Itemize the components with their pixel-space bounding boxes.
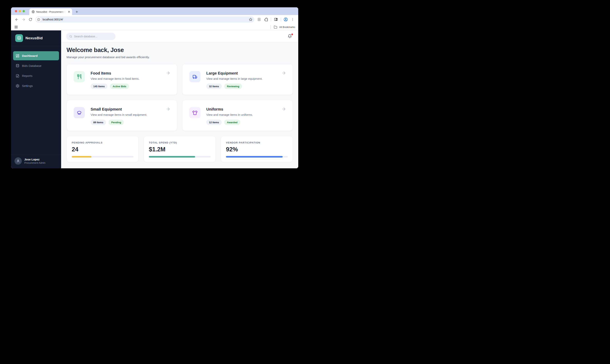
status-badge: Reviewing xyxy=(224,84,242,89)
kebab-menu-icon[interactable] xyxy=(289,16,296,23)
category-title: Uniforms xyxy=(206,107,253,112)
file-text-icon xyxy=(16,74,19,78)
arrow-right-icon[interactable] xyxy=(282,71,286,75)
database-icon xyxy=(15,34,23,42)
stat-label: VENDOR PARTICIPATION xyxy=(226,141,288,144)
progress-fill xyxy=(226,156,283,157)
window-close-button[interactable] xyxy=(15,10,17,12)
category-grid: Food Items View and manage items in food… xyxy=(67,64,293,131)
utensils-icon xyxy=(74,71,85,82)
all-bookmarks-button[interactable]: All Bookmarks xyxy=(269,25,295,29)
stat-label: TOTAL SPEND (YTD) xyxy=(149,141,211,144)
stat-card-vendor-participation: VENDOR PARTICIPATION 92% xyxy=(221,136,293,162)
main-area: Welcome back, Jose Manage your procureme… xyxy=(61,30,298,168)
extensions-puzzle-icon[interactable] xyxy=(263,16,269,23)
folder-icon xyxy=(274,26,277,29)
brand-logo: NexusBid xyxy=(11,30,61,46)
sidebar-item-dashboard[interactable]: Dashboard xyxy=(13,51,59,60)
browser-tab[interactable]: NexusBid - Procurement Syst xyxy=(29,9,72,15)
user-role: Procurement Admin xyxy=(24,162,45,164)
bookmarks-separator xyxy=(271,25,271,29)
address-bar[interactable]: localhost:3001/#/ xyxy=(35,16,254,23)
chef-hat-icon xyxy=(74,107,85,118)
stat-card-pending-approvals: PENDING APPROVALS 24 xyxy=(67,136,139,162)
app-root: NexusBid Dashboard Bids Database xyxy=(11,30,298,168)
desktop-background: NexusBid - Procurement Syst xyxy=(0,0,305,182)
category-card-food-items[interactable]: Food Items View and manage items in food… xyxy=(67,64,177,95)
bookmark-star-icon[interactable] xyxy=(249,18,252,21)
notifications-button[interactable] xyxy=(287,34,292,39)
category-description: View and manage items in uniforms. xyxy=(206,113,253,116)
new-tab-button[interactable] xyxy=(74,9,80,14)
sidebar-item-settings[interactable]: Settings xyxy=(13,81,59,90)
search-input[interactable] xyxy=(74,35,112,38)
progress-track xyxy=(72,156,133,157)
progress-fill xyxy=(149,156,195,157)
sidebar-item-label: Bids Database xyxy=(22,64,41,68)
profile-icon[interactable] xyxy=(283,16,289,23)
bookmarks-bar: All Bookmarks xyxy=(11,24,298,30)
page-subtitle: Manage your procurement database and bid… xyxy=(67,55,293,59)
user-profile[interactable]: Jose Lopez Procurement Admin xyxy=(11,154,61,168)
category-description: View and manage items in food items. xyxy=(91,77,139,80)
sidebar-item-reports[interactable]: Reports xyxy=(13,71,59,80)
window-zoom-button[interactable] xyxy=(23,10,25,12)
stat-label: PENDING APPROVALS xyxy=(72,141,133,144)
arrow-right-icon[interactable] xyxy=(166,71,170,75)
progress-track xyxy=(149,156,211,157)
tab-close-icon[interactable] xyxy=(68,10,70,13)
category-card-large-equipment[interactable]: Large Equipment View and manage items in… xyxy=(182,64,293,95)
notification-dot xyxy=(291,34,293,35)
url-text[interactable]: localhost:3001/#/ xyxy=(43,18,247,21)
browser-toolbar: localhost:3001/#/ xyxy=(11,15,298,24)
dashboard-grid-icon xyxy=(16,54,19,58)
status-badge: Pending xyxy=(108,120,124,125)
item-count-badge: 12 Items xyxy=(206,120,222,125)
item-count-badge: 89 Items xyxy=(91,120,106,125)
back-icon[interactable] xyxy=(13,16,20,23)
gear-icon xyxy=(16,84,19,88)
arrow-right-icon[interactable] xyxy=(166,107,170,111)
status-badge: Awarded xyxy=(224,120,240,125)
window-minimize-button[interactable] xyxy=(19,10,21,12)
stat-value: 92% xyxy=(226,146,288,153)
toolbar-separator xyxy=(271,17,271,21)
sidebar-item-label: Dashboard xyxy=(22,54,38,58)
search-field[interactable] xyxy=(66,33,115,40)
stats-row: PENDING APPROVALS 24 TOTAL SPEND (YTD) $… xyxy=(67,136,293,162)
category-title: Large Equipment xyxy=(206,71,263,76)
category-title: Food Items xyxy=(91,71,139,76)
reading-list-icon[interactable] xyxy=(256,16,262,23)
side-panel-search-icon[interactable] xyxy=(273,16,279,23)
item-count-badge: 145 Items xyxy=(91,84,107,89)
dashboard-content: Welcome back, Jose Manage your procureme… xyxy=(61,42,298,162)
sidebar-item-bids-database[interactable]: Bids Database xyxy=(13,61,59,70)
traffic-lights xyxy=(15,10,25,12)
site-info-icon[interactable] xyxy=(36,17,41,22)
category-title: Small Equipment xyxy=(91,107,147,112)
category-description: View and manage items in small equipment… xyxy=(91,113,147,116)
category-card-small-equipment[interactable]: Small Equipment View and manage items in… xyxy=(67,100,177,131)
stat-value: $1.2M xyxy=(149,146,211,153)
arrow-right-icon[interactable] xyxy=(282,107,286,111)
page-title: Welcome back, Jose xyxy=(67,47,293,53)
category-card-uniforms[interactable]: Uniforms View and manage items in unifor… xyxy=(182,100,293,131)
all-bookmarks-label: All Bookmarks xyxy=(279,26,295,28)
stat-card-total-spend: TOTAL SPEND (YTD) $1.2M xyxy=(144,136,216,162)
category-description: View and manage items in large equipment… xyxy=(206,77,263,80)
browser-window: NexusBid - Procurement Syst xyxy=(11,7,298,168)
forward-icon[interactable] xyxy=(20,16,27,23)
sidebar: NexusBid Dashboard Bids Database xyxy=(11,30,61,168)
brand-name: NexusBid xyxy=(26,36,43,40)
stat-value: 24 xyxy=(72,146,133,153)
tshirt-icon xyxy=(189,107,201,118)
status-badge: Active Bids xyxy=(110,84,129,89)
reload-icon[interactable] xyxy=(27,16,34,23)
database-icon xyxy=(16,64,19,68)
item-count-badge: 32 Items xyxy=(206,84,222,89)
progress-fill xyxy=(72,156,91,157)
apps-grid-icon[interactable] xyxy=(14,26,18,29)
app-header xyxy=(61,30,298,42)
search-icon xyxy=(69,35,72,38)
sidebar-nav: Dashboard Bids Database Reports xyxy=(11,46,61,90)
